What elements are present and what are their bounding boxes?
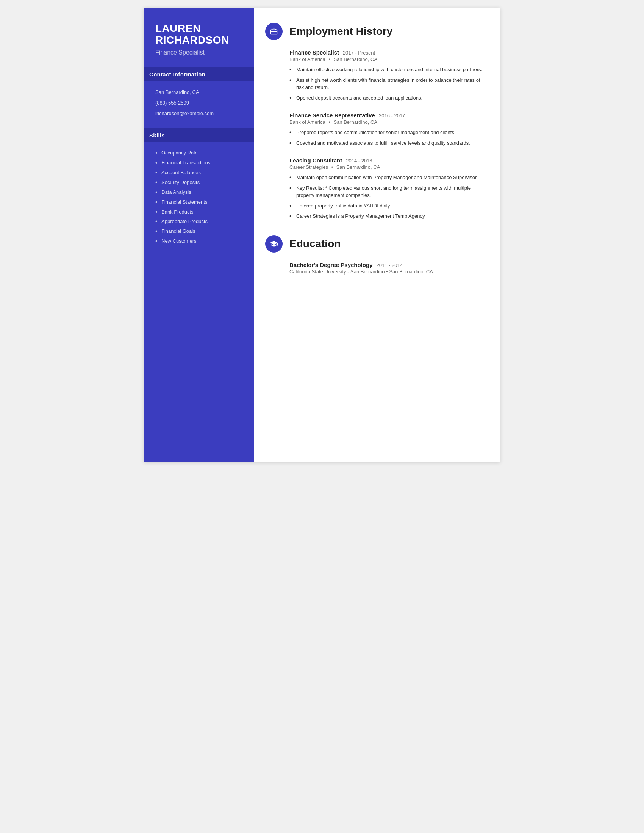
employment-section-header: Employment History [265,23,485,40]
job-bullets: Maintain open communication with Propert… [290,174,485,220]
skill-item: Account Balances [155,170,242,176]
job-title: Leasing Consultant [290,157,342,164]
job-title-row: Leasing Consultant2014 - 2016 [290,157,485,164]
job-dates: 2016 - 2017 [379,113,405,119]
employment-section: Employment History Finance Specialist201… [265,23,485,220]
skill-item: Financial Goals [155,228,242,235]
skill-item: Bank Products [155,209,242,215]
education-section-title: Education [290,238,341,250]
skill-item: Appropriate Products [155,219,242,225]
main-content: Employment History Finance Specialist201… [254,8,500,462]
job-bullet: Coached and motivated associates to fulf… [290,139,485,147]
education-section: Education Bachelor's Degree Psychology20… [265,235,485,275]
contact-location: San Bernardino, CA [155,89,242,96]
dot-separator: • [328,119,330,125]
skill-item: Financial Transactions [155,160,242,166]
skill-item: Security Deposits [155,180,242,186]
job-bullet: Opened deposit accounts and accepted loa… [290,94,485,102]
job-company: Bank of America • San Bernardino, CA [290,56,485,62]
skill-item: Financial Statements [155,199,242,206]
job-bullet: Maintain effective working relationship … [290,66,485,74]
education-entry: Bachelor's Degree Psychology2011 - 2014C… [265,262,485,275]
dot-separator: • [328,56,330,62]
job-entry: Finance Service Representative2016 - 201… [265,112,485,146]
skill-item: Data Analysis [155,189,242,196]
job-bullet: Key Results: * Completed various short a… [290,184,485,199]
sidebar: LAUREN RICHARDSON Finance Specialist Con… [144,8,254,462]
job-bullet: Entered property traffic data in YARDI d… [290,202,485,210]
job-bullet: Maintain open communication with Propert… [290,174,485,182]
candidate-name: LAUREN RICHARDSON [155,23,242,46]
briefcase-icon [265,23,283,40]
skills-list: Occupancy RateFinancial TransactionsAcco… [155,150,242,244]
dot-separator: • [332,164,333,170]
education-container: Bachelor's Degree Psychology2011 - 2014C… [265,262,485,275]
edu-dates: 2011 - 2014 [377,262,402,268]
job-title: Finance Specialist [290,49,339,56]
employment-section-title: Employment History [290,26,393,37]
contact-section-heading: Contact Information [144,68,254,81]
job-company: Bank of America • San Bernardino, CA [290,119,485,125]
skills-section-heading: Skills [144,129,254,142]
dot-separator: • [386,269,388,275]
skills-section: Skills Occupancy RateFinancial Transacti… [155,129,242,244]
job-title-row: Finance Service Representative2016 - 201… [290,112,485,119]
graduation-icon [265,235,283,252]
contact-email: lrichardson@example.com [155,110,242,117]
job-bullets: Maintain effective working relationship … [290,66,485,101]
job-company: Career Strategies • San Bernardino, CA [290,164,485,170]
job-entry: Finance Specialist2017 - PresentBank of … [265,49,485,101]
candidate-title: Finance Specialist [155,49,242,56]
edu-school: California State University - San Bernar… [290,269,485,275]
job-bullet: Prepared reports and communication for s… [290,129,485,136]
job-bullet: Assist high net worth clients with finan… [290,77,485,91]
resume-container: LAUREN RICHARDSON Finance Specialist Con… [144,8,500,462]
edu-title-row: Bachelor's Degree Psychology2011 - 2014 [290,262,485,268]
job-title: Finance Service Representative [290,112,375,119]
jobs-container: Finance Specialist2017 - PresentBank of … [265,49,485,220]
job-title-row: Finance Specialist2017 - Present [290,49,485,56]
job-bullet: Career Strategies is a Property Manageme… [290,212,485,220]
job-dates: 2017 - Present [343,50,375,56]
edu-degree: Bachelor's Degree Psychology [290,262,373,268]
job-dates: 2014 - 2016 [346,158,372,164]
job-entry: Leasing Consultant2014 - 2016Career Stra… [265,157,485,220]
job-bullets: Prepared reports and communication for s… [290,129,485,146]
contact-phone: (880) 555-2599 [155,100,242,106]
skill-item: Occupancy Rate [155,150,242,156]
skill-item: New Customers [155,238,242,244]
education-section-header: Education [265,235,485,252]
